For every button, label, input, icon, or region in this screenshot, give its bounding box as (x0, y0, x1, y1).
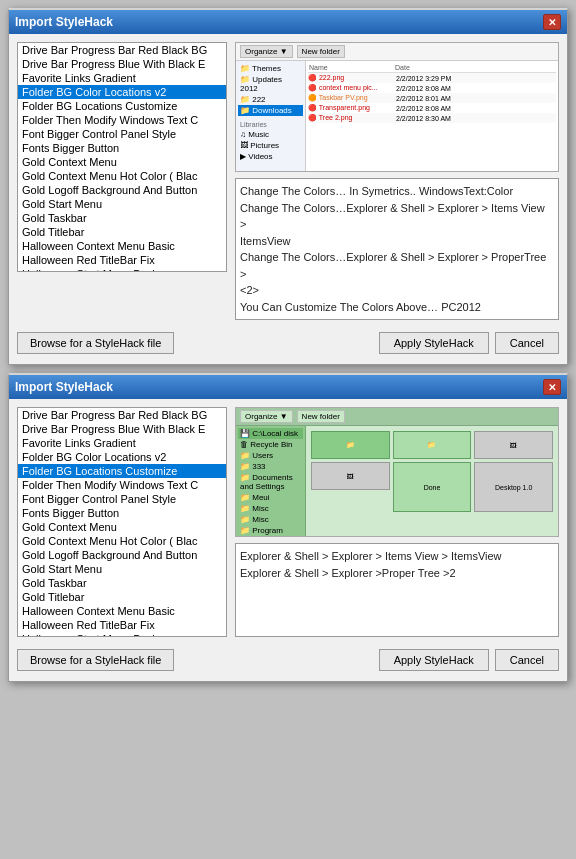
grid-item-4: 🖼 (311, 462, 390, 490)
list-item-2-15[interactable]: Halloween Red TitleBar Fix (18, 618, 226, 632)
style-list-1[interactable]: Drive Bar Progress Bar Red Black BGDrive… (17, 42, 227, 272)
list-item-2-7[interactable]: Fonts Bigger Button (18, 506, 226, 520)
file-name-3: 🟠 Taskbar PV.png (308, 94, 396, 102)
browse-button-1[interactable]: Browse for a StyleHack file (17, 332, 174, 354)
browse-button-2[interactable]: Browse for a StyleHack file (17, 649, 174, 671)
dialog-body-1: Drive Bar Progress Bar Red Black BGDrive… (17, 42, 559, 320)
file-date-2: 2/2/2012 8:08 AM (396, 85, 476, 92)
sidebar-pictures[interactable]: 🖼 Pictures (238, 140, 303, 151)
cancel-button-1[interactable]: Cancel (495, 332, 559, 354)
dialog-footer-1: Browse for a StyleHack file Apply StyleH… (17, 328, 559, 356)
dialog-content-2: Drive Bar Progress Bar Red Black BGDrive… (9, 399, 567, 681)
desc-line-6: You Can Customize The Colors Above… PC20… (240, 299, 554, 316)
apply-button-2[interactable]: Apply StyleHack (379, 649, 489, 671)
sidebar-222[interactable]: 📁 222 (238, 94, 303, 105)
list-item-1-11[interactable]: Gold Start Menu (18, 197, 226, 211)
sidebar2-local-disk[interactable]: 💾 C:\Local disk (238, 428, 303, 439)
title-bar-1: Import StyleHack ✕ (9, 10, 567, 34)
desc-line-2: Change The Colors…Explorer & Shell > Exp… (240, 200, 554, 233)
dialog-1: Import StyleHack ✕ Drive Bar Progress Ba… (8, 8, 568, 365)
list-item-2-9[interactable]: Gold Context Menu Hot Color ( Blac (18, 534, 226, 548)
list-item-2-14[interactable]: Halloween Context Menu Basic (18, 604, 226, 618)
list-item-1-8[interactable]: Gold Context Menu (18, 155, 226, 169)
btn-group-2: Apply StyleHack Cancel (379, 649, 559, 671)
list-item-1-10[interactable]: Gold Logoff Background And Button (18, 183, 226, 197)
fp-sidebar-1: 📁 Themes 📁 Updates 2012 📁 222 📁 Download… (236, 61, 306, 171)
list-item-1-5[interactable]: Folder Then Modify Windows Text C (18, 113, 226, 127)
cancel-button-2[interactable]: Cancel (495, 649, 559, 671)
sidebar2-docs[interactable]: 📁 Documents and Settings (238, 472, 303, 492)
folder-preview-1: Organize ▼ New folder 📁 Themes 📁 Updates… (236, 43, 558, 171)
file-date-4: 2/2/2012 8:08 AM (396, 105, 476, 112)
fp-body-1: 📁 Themes 📁 Updates 2012 📁 222 📁 Download… (236, 61, 558, 171)
dialog-footer-2: Browse for a StyleHack file Apply StyleH… (17, 645, 559, 673)
close-button-1[interactable]: ✕ (543, 14, 561, 30)
col-name: Name (309, 64, 395, 71)
list-item-2-16[interactable]: Halloween Start Menu Basic (18, 632, 226, 637)
title-bar-label-1: Import StyleHack (15, 15, 113, 29)
preview-box-1: Organize ▼ New folder 📁 Themes 📁 Updates… (235, 42, 559, 172)
sidebar2-333[interactable]: 📁 333 (238, 461, 303, 472)
description-box-1: Change The Colors… In Symetrics.. Window… (235, 178, 559, 320)
grid-item-3: 🖼 (474, 431, 553, 459)
list-item-2-12[interactable]: Gold Taskbar (18, 576, 226, 590)
list-item-1-13[interactable]: Gold Titlebar (18, 225, 226, 239)
sidebar-themes[interactable]: 📁 Themes (238, 63, 303, 74)
list-item-1-1[interactable]: Drive Bar Progress Blue With Black E (18, 57, 226, 71)
sidebar-updates[interactable]: 📁 Updates 2012 (238, 74, 303, 94)
sidebar2-users[interactable]: 📁 Users (238, 450, 303, 461)
list-item-1-2[interactable]: Favorite Links Gradient (18, 71, 226, 85)
sidebar-videos[interactable]: ▶ Videos (238, 151, 303, 162)
list-item-2-10[interactable]: Gold Logoff Background And Button (18, 548, 226, 562)
desc-line-4: Change The Colors…Explorer & Shell > Exp… (240, 249, 554, 282)
fp-content-1: Name Date 🔴 222.png 2/2/2012 3:29 PM 🔴 c… (306, 61, 558, 171)
list-item-2-13[interactable]: Gold Titlebar (18, 590, 226, 604)
list-item-1-4[interactable]: Folder BG Locations Customize (18, 99, 226, 113)
organize-btn-2[interactable]: Organize ▼ (240, 410, 293, 423)
sidebar2-misc[interactable]: 📁 Misc (238, 503, 303, 514)
list-item-1-14[interactable]: Halloween Context Menu Basic (18, 239, 226, 253)
list-item-1-6[interactable]: Font Bigger Control Panel Style (18, 127, 226, 141)
grid-item-5: Done (393, 462, 472, 512)
desc-line-1: Change The Colors… In Symetrics.. Window… (240, 183, 554, 200)
sidebar2-recyclebin[interactable]: 🗑 Recycle Bin (238, 439, 303, 450)
fp-content-header-1: Name Date (308, 63, 556, 73)
close-button-2[interactable]: ✕ (543, 379, 561, 395)
sidebar-downloads[interactable]: 📁 Downloads (238, 105, 303, 116)
list-item-2-2[interactable]: Favorite Links Gradient (18, 436, 226, 450)
sidebar2-meui[interactable]: 📁 Meui (238, 492, 303, 503)
list-item-1-12[interactable]: Gold Taskbar (18, 211, 226, 225)
list-item-1-9[interactable]: Gold Context Menu Hot Color ( Blac (18, 169, 226, 183)
list-item-2-0[interactable]: Drive Bar Progress Bar Red Black BG (18, 408, 226, 422)
new-folder-btn-2[interactable]: New folder (297, 410, 345, 423)
apply-button-1[interactable]: Apply StyleHack (379, 332, 489, 354)
list-item-2-8[interactable]: Gold Context Menu (18, 520, 226, 534)
list-item-1-3[interactable]: Folder BG Color Locations v2 (18, 85, 226, 99)
list-item-2-6[interactable]: Font Bigger Control Panel Style (18, 492, 226, 506)
desc2-line-1: Explorer & Shell > Explorer > Items View… (240, 548, 554, 565)
list-item-1-7[interactable]: Fonts Bigger Button (18, 141, 226, 155)
btn-group-1: Apply StyleHack Cancel (379, 332, 559, 354)
sidebar2-progfiles[interactable]: 📁 Program Files (238, 525, 303, 536)
list-item-2-11[interactable]: Gold Start Menu (18, 562, 226, 576)
sidebar-libraries[interactable]: Libraries (238, 120, 303, 129)
col-date: Date (395, 64, 475, 71)
list-item-2-5[interactable]: Folder Then Modify Windows Text C (18, 478, 226, 492)
sidebar2-misc2[interactable]: 📁 Misc (238, 514, 303, 525)
list-item-2-1[interactable]: Drive Bar Progress Blue With Black E (18, 422, 226, 436)
fp-toolbar-2: Organize ▼ New folder (236, 408, 558, 426)
desc2-line-2: Explorer & Shell > Explorer >Proper Tree… (240, 565, 554, 582)
list-item-2-4[interactable]: Folder BG Locations Customize (18, 464, 226, 478)
organize-btn-1[interactable]: Organize ▼ (240, 45, 293, 58)
file-row-3: 🟠 Taskbar PV.png 2/2/2012 8:01 AM (308, 93, 556, 103)
file-row-1: 🔴 222.png 2/2/2012 3:29 PM (308, 73, 556, 83)
list-item-2-3[interactable]: Folder BG Color Locations v2 (18, 450, 226, 464)
new-folder-btn-1[interactable]: New folder (297, 45, 345, 58)
style-list-2[interactable]: Drive Bar Progress Bar Red Black BGDrive… (17, 407, 227, 637)
sidebar-music[interactable]: ♫ Music (238, 129, 303, 140)
list-item-1-16[interactable]: Halloween Start Menu Basic (18, 267, 226, 272)
preview-box-2: Organize ▼ New folder 💾 C:\Local disk 🗑 … (235, 407, 559, 537)
list-item-1-0[interactable]: Drive Bar Progress Bar Red Black BG (18, 43, 226, 57)
file-row-5: 🔴 Tree 2.png 2/2/2012 8:30 AM (308, 113, 556, 123)
list-item-1-15[interactable]: Halloween Red TitleBar Fix (18, 253, 226, 267)
